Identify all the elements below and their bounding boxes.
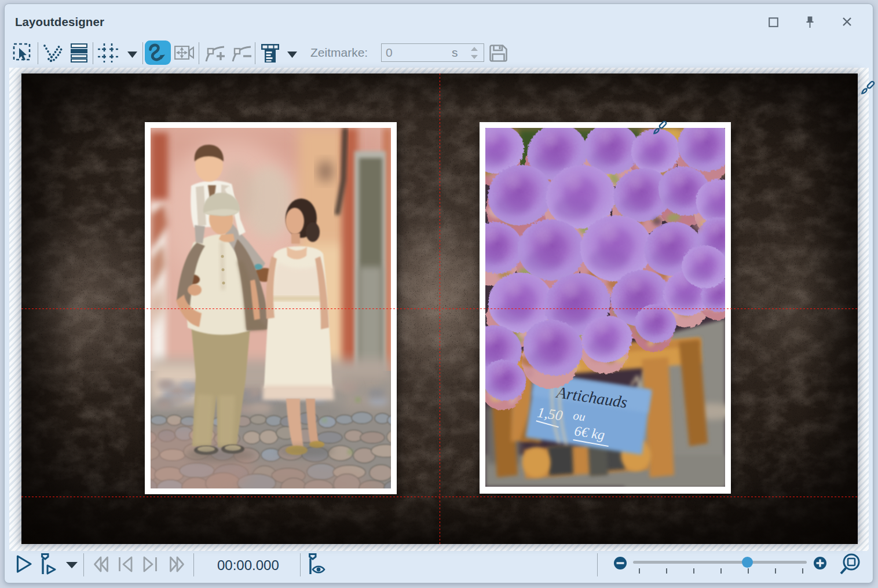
svg-text:ou: ou [572,409,586,424]
